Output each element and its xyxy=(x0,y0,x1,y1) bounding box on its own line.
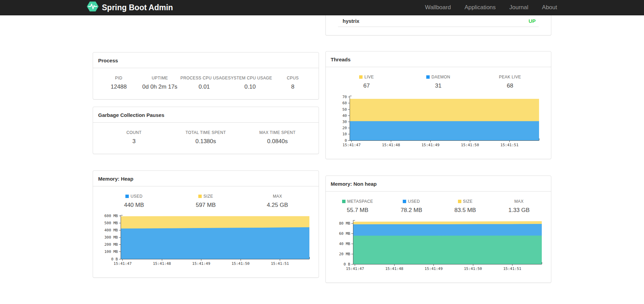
top-navbar: Spring Boot Admin WallboardApplicationsJ… xyxy=(0,0,644,15)
metric-value: 83.5 MB xyxy=(438,207,492,214)
legend-swatch-icon xyxy=(198,195,202,198)
svg-text:15:41:48: 15:41:48 xyxy=(382,143,400,147)
metric-label: USED xyxy=(98,194,170,199)
metric-label: COUNT xyxy=(98,130,170,135)
right-column: hystrix UP Threads LIVE67DAEMON31PEAK LI… xyxy=(325,15,552,283)
left-column: Process PID12488UPTIME0d 0h 2m 17sPROCES… xyxy=(93,15,319,283)
metric-value: 0.0840s xyxy=(242,138,313,145)
legend-swatch-icon xyxy=(426,75,430,79)
metric-label: DAEMON xyxy=(402,75,474,79)
svg-text:600 MB: 600 MB xyxy=(104,214,118,218)
memory-nonheap-panel-heading: Memory: Non heap xyxy=(326,176,551,192)
threads-chart-wrap: 01020304050607015:41:4715:41:4815:41:491… xyxy=(331,94,546,150)
application-row-hystrix[interactable]: hystrix UP xyxy=(326,15,551,27)
svg-text:40 MB: 40 MB xyxy=(339,242,350,246)
memory-nonheap-chart: 0 B20 MB40 MB60 MB80 MB15:41:4715:41:481… xyxy=(333,218,543,272)
metric-value: 440 MB xyxy=(98,202,170,209)
process-panel: Process PID12488UPTIME0d 0h 2m 17sPROCES… xyxy=(93,52,319,100)
svg-text:15:41:51: 15:41:51 xyxy=(503,267,521,271)
metric-size: SIZE597 MB xyxy=(170,194,242,209)
svg-text:20 MB: 20 MB xyxy=(339,252,350,256)
metric-label: MAX xyxy=(492,199,546,204)
metric-label: SIZE xyxy=(170,194,242,199)
nav-link-journal[interactable]: Journal xyxy=(509,4,528,11)
svg-text:80 MB: 80 MB xyxy=(339,221,350,226)
svg-text:30: 30 xyxy=(342,120,347,124)
metric-used: USED78.2 MB xyxy=(384,199,438,214)
metric-label: USED xyxy=(384,199,438,204)
metric-value: 67 xyxy=(331,82,403,89)
metric-label: LIVE xyxy=(331,75,403,79)
metric-metaspace: METASPACE55.7 MB xyxy=(331,199,385,214)
nav-link-wallboard[interactable]: Wallboard xyxy=(425,4,451,11)
svg-text:15:41:50: 15:41:50 xyxy=(464,267,482,271)
memory-nonheap-panel: Memory: Non heap METASPACE55.7 MBUSED78.… xyxy=(325,176,552,283)
threads-panel-body: LIVE67DAEMON31PEAK LIVE68 01020304050607… xyxy=(326,67,551,159)
metric-value: 597 MB xyxy=(170,202,242,209)
main-content: Process PID12488UPTIME0d 0h 2m 17sPROCES… xyxy=(93,15,551,283)
metric-label: CPUS xyxy=(272,76,313,80)
metric-label: SIZE xyxy=(438,199,492,204)
application-status: UP xyxy=(528,18,536,24)
svg-text:60: 60 xyxy=(342,101,347,105)
metric-value: 68 xyxy=(474,82,546,89)
metric-value: 55.7 MB xyxy=(331,207,385,214)
svg-text:200 MB: 200 MB xyxy=(104,242,118,247)
svg-text:50: 50 xyxy=(342,107,347,112)
metric-value: 3 xyxy=(98,138,170,145)
memory-heap-chart-wrap: 0 B100 MB200 MB300 MB400 MB500 MB600 MB1… xyxy=(98,213,313,269)
svg-text:15:41:51: 15:41:51 xyxy=(501,143,519,147)
process-panel-title: Process xyxy=(98,58,313,63)
svg-text:15:41:47: 15:41:47 xyxy=(346,267,364,271)
svg-text:15:41:49: 15:41:49 xyxy=(421,143,440,147)
process-panel-body: PID12488UPTIME0d 0h 2m 17sPROCESS CPU US… xyxy=(93,68,319,99)
process-panel-heading: Process xyxy=(93,52,319,68)
brand[interactable]: Spring Boot Admin xyxy=(87,1,173,14)
metric-label: METASPACE xyxy=(331,199,385,204)
svg-text:100 MB: 100 MB xyxy=(104,249,118,254)
nav-link-about[interactable]: About xyxy=(542,4,557,11)
threads-panel: Threads LIVE67DAEMON31PEAK LIVE68 010203… xyxy=(325,51,552,159)
legend-swatch-icon xyxy=(458,200,461,203)
svg-text:10: 10 xyxy=(342,132,347,136)
memory-nonheap-panel-title: Memory: Non heap xyxy=(331,181,546,187)
svg-text:40: 40 xyxy=(342,113,347,118)
metric-live: LIVE67 xyxy=(331,75,403,89)
metric-value: 0.01 xyxy=(181,83,228,90)
svg-text:0 B: 0 B xyxy=(343,262,350,267)
svg-text:15:41:47: 15:41:47 xyxy=(343,143,361,147)
metric-label: PID xyxy=(98,76,139,80)
svg-text:60 MB: 60 MB xyxy=(339,231,350,236)
svg-text:500 MB: 500 MB xyxy=(104,221,118,225)
spring-boot-admin-logo-icon xyxy=(87,1,98,14)
svg-text:0 B: 0 B xyxy=(111,257,118,261)
metric-system-cpu-usage: SYSTEM CPU USAGE0.10 xyxy=(228,76,272,90)
svg-text:15:41:49: 15:41:49 xyxy=(192,261,210,266)
nav-links: WallboardApplicationsJournalAbout xyxy=(425,4,557,11)
metric-label: PROCESS CPU USAGE xyxy=(181,76,228,80)
svg-text:15:41:50: 15:41:50 xyxy=(461,143,479,147)
metric-max: MAX1.33 GB xyxy=(492,199,546,214)
metric-label: TOTAL TIME SPENT xyxy=(170,130,242,135)
threads-metrics: LIVE67DAEMON31PEAK LIVE68 xyxy=(331,75,546,89)
metric-process-cpu-usage: PROCESS CPU USAGE0.01 xyxy=(181,76,228,90)
metric-max: MAX4.25 GB xyxy=(242,194,313,209)
gc-panel-body: COUNT3TOTAL TIME SPENT0.1380sMAX TIME SP… xyxy=(93,123,319,154)
metric-count: COUNT3 xyxy=(98,130,170,145)
nav-link-applications[interactable]: Applications xyxy=(464,4,496,11)
legend-swatch-icon xyxy=(125,195,129,198)
memory-heap-panel-heading: Memory: Heap xyxy=(93,171,319,186)
metric-label: MAX xyxy=(242,194,313,199)
navbar-container: Spring Boot Admin WallboardApplicationsJ… xyxy=(87,1,557,14)
metric-value: 4.25 GB xyxy=(242,202,313,209)
metric-value: 8 xyxy=(272,83,313,90)
application-name: hystrix xyxy=(343,18,359,24)
legend-swatch-icon xyxy=(359,75,363,79)
svg-text:15:41:48: 15:41:48 xyxy=(153,261,171,266)
svg-text:15:41:47: 15:41:47 xyxy=(113,261,132,266)
svg-text:400 MB: 400 MB xyxy=(104,228,118,232)
metric-label: MAX TIME SPENT xyxy=(242,130,313,135)
top-spacer xyxy=(93,15,319,52)
application-panel: hystrix UP xyxy=(325,15,552,35)
threads-panel-heading: Threads xyxy=(326,51,551,67)
